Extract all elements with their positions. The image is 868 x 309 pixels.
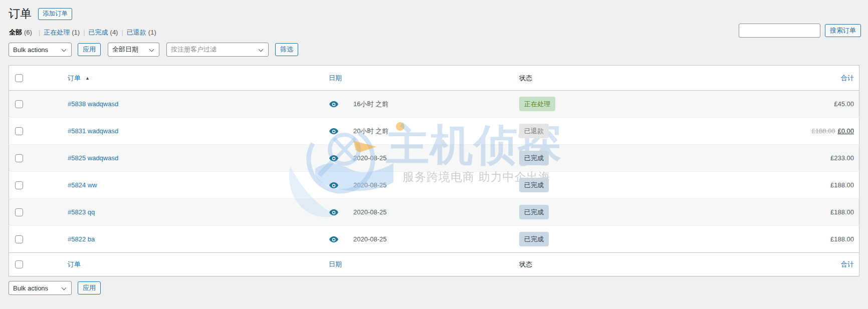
order-preview-eye-icon[interactable] bbox=[329, 236, 339, 243]
order-date: 16小时 之前 bbox=[353, 100, 388, 109]
view-separator: | bbox=[39, 29, 40, 36]
view-refunded-count: (1) bbox=[148, 29, 156, 36]
row-checkbox[interactable] bbox=[15, 127, 23, 135]
order-preview-eye-icon[interactable] bbox=[329, 101, 339, 108]
order-total: £188.00 bbox=[830, 235, 854, 243]
view-completed-count: (4) bbox=[110, 29, 118, 36]
filter-button[interactable]: 筛选 bbox=[275, 43, 298, 56]
status-column-header: 状态 bbox=[519, 74, 532, 82]
bottom-toolbar: Bulk actions 应用 bbox=[9, 281, 101, 295]
order-status-badge[interactable]: 已完成 bbox=[519, 151, 549, 166]
order-total: £233.00 bbox=[830, 154, 854, 162]
status-view-filters: 全部(6)|正在处理(1)|已完成(4)|已退款(1) bbox=[9, 28, 156, 37]
order-preview-eye-icon[interactable] bbox=[329, 128, 339, 135]
sort-by-total-link[interactable]: 合计 bbox=[841, 260, 854, 268]
orders-admin-page: 订单 添加订单 搜索订单 全部(6)|正在处理(1)|已完成(4)|已退款(1)… bbox=[0, 0, 868, 309]
table-row: #5831 wadqwasd 20小时 之前 已退款 £188.00£0.00 bbox=[9, 118, 859, 145]
row-checkbox[interactable] bbox=[15, 235, 23, 243]
sort-asc-icon: ▲ bbox=[85, 76, 90, 81]
row-checkbox[interactable] bbox=[15, 100, 23, 108]
view-all-link[interactable]: 全部(6) bbox=[9, 29, 32, 36]
table-row: #5838 wadqwasd 16小时 之前 正在处理 £45.00 bbox=[9, 91, 859, 118]
view-processing-count: (1) bbox=[72, 29, 80, 36]
row-checkbox[interactable] bbox=[15, 154, 23, 162]
table-row: #5823 qq 2020-08-25 已完成 £188.00 bbox=[9, 199, 859, 226]
sort-by-total-link[interactable]: 合计 bbox=[841, 74, 854, 82]
table-header-row: 订单▲ 日期 状态 合计 bbox=[9, 66, 859, 91]
order-preview-eye-icon[interactable] bbox=[329, 155, 339, 162]
table-row: #5825 wadqwasd 2020-08-25 已完成 £233.00 bbox=[9, 145, 859, 172]
table-row: #5822 ba 2020-08-25 已完成 £188.00 bbox=[9, 226, 859, 253]
search-orders-button[interactable]: 搜索订单 bbox=[825, 24, 861, 37]
view-processing-link[interactable]: 正在处理(1) bbox=[44, 29, 80, 36]
order-status-badge[interactable]: 已完成 bbox=[519, 232, 549, 247]
order-total: £188.00 bbox=[830, 208, 854, 216]
apply-button[interactable]: 应用 bbox=[78, 281, 101, 294]
view-refunded-link[interactable]: 已退款(1) bbox=[127, 29, 156, 36]
orders-table: 订单▲ 日期 状态 合计 #5838 wadqwasd 16小时 之前 正在处理… bbox=[9, 65, 859, 276]
view-separator: | bbox=[83, 29, 85, 36]
sort-by-date-link[interactable]: 日期 bbox=[329, 260, 342, 268]
order-status-badge[interactable]: 已退款 bbox=[519, 124, 549, 139]
view-all-count: (6) bbox=[24, 29, 32, 36]
row-checkbox[interactable] bbox=[15, 181, 23, 189]
page-heading: 订单 添加订单 bbox=[9, 7, 72, 22]
order-total-original: £188.00 bbox=[811, 127, 835, 135]
order-status-badge[interactable]: 已完成 bbox=[519, 205, 549, 220]
order-link[interactable]: #5838 wadqwasd bbox=[68, 100, 118, 108]
order-total: £188.00 bbox=[830, 181, 854, 189]
order-total: £45.00 bbox=[834, 100, 854, 108]
order-status-badge[interactable]: 正在处理 bbox=[519, 97, 555, 112]
order-link[interactable]: #5831 wadqwasd bbox=[68, 127, 118, 135]
order-link[interactable]: #5823 qq bbox=[68, 208, 95, 216]
order-date: 2020-08-25 bbox=[353, 235, 387, 243]
page-title: 订单 bbox=[9, 7, 32, 22]
row-checkbox[interactable] bbox=[15, 208, 23, 216]
bulk-actions-select[interactable]: Bulk actions bbox=[9, 43, 72, 57]
sort-by-date-link[interactable]: 日期 bbox=[329, 74, 342, 82]
status-column-header: 状态 bbox=[519, 260, 532, 268]
order-preview-eye-icon[interactable] bbox=[329, 182, 339, 189]
order-date: 2020-08-25 bbox=[353, 208, 387, 216]
view-separator: | bbox=[121, 29, 123, 36]
sort-by-order-link[interactable]: 订单 bbox=[68, 74, 81, 82]
order-date: 2020-08-25 bbox=[353, 181, 387, 189]
search-form: 搜索订单 bbox=[739, 24, 861, 38]
apply-button[interactable]: 应用 bbox=[78, 43, 101, 56]
customer-filter-select[interactable]: 按注册客户过滤 bbox=[166, 43, 269, 57]
table-row: #5824 ww 2020-08-25 已完成 £188.00 bbox=[9, 172, 859, 199]
top-toolbar: Bulk actions 应用 全部日期 按注册客户过滤 筛选 bbox=[9, 43, 298, 57]
search-input[interactable] bbox=[739, 24, 820, 38]
order-total-refunded: £0.00 bbox=[837, 127, 854, 135]
select-all-checkbox[interactable] bbox=[15, 260, 23, 268]
order-link[interactable]: #5822 ba bbox=[68, 235, 95, 243]
order-link[interactable]: #5824 ww bbox=[68, 181, 97, 189]
order-date: 2020-08-25 bbox=[353, 154, 387, 162]
order-preview-eye-icon[interactable] bbox=[329, 209, 339, 216]
sort-by-order-link[interactable]: 订单 bbox=[68, 260, 81, 268]
date-filter-select[interactable]: 全部日期 bbox=[108, 43, 159, 57]
order-link[interactable]: #5825 wadqwasd bbox=[68, 154, 118, 162]
table-footer-row: 订单 日期 状态 合计 bbox=[9, 253, 859, 276]
bulk-actions-select[interactable]: Bulk actions bbox=[9, 281, 72, 295]
view-completed-link[interactable]: 已完成(4) bbox=[89, 29, 118, 36]
add-order-button[interactable]: 添加订单 bbox=[38, 8, 72, 20]
order-status-badge[interactable]: 已完成 bbox=[519, 178, 549, 193]
order-date: 20小时 之前 bbox=[353, 127, 388, 136]
select-all-checkbox[interactable] bbox=[15, 74, 23, 82]
